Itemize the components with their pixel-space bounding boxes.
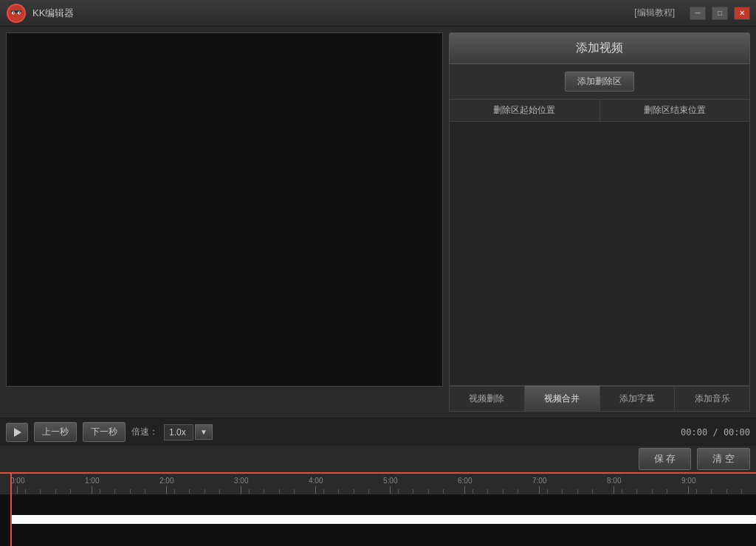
- timeline-track-area[interactable]: [0, 494, 756, 546]
- ruler-minor-tick: [264, 489, 264, 494]
- right-panel: 添加视频 添加删除区 删除区起始位置 删除区结束位置 视频删除 视频合并 添加字…: [449, 32, 750, 412]
- add-video-header: 添加视频: [449, 32, 750, 64]
- speed-label: 倍速：: [131, 426, 158, 438]
- ruler-minor-tick: [696, 489, 697, 494]
- ruler-minor-tick: [472, 489, 473, 494]
- maximize-button[interactable]: □: [712, 7, 728, 20]
- ruler-tick: 5:00: [383, 477, 397, 494]
- prev-sec-button[interactable]: 上一秒: [34, 422, 77, 442]
- video-preview: [6, 32, 443, 387]
- tutorial-link[interactable]: [编辑教程]: [634, 7, 675, 19]
- ruler-tick: 6:00: [458, 477, 472, 494]
- ruler-minor-tick: [249, 489, 250, 494]
- ruler-minor-tick: [338, 489, 339, 494]
- ruler-minor-tick: [428, 489, 429, 494]
- ruler-minor-tick: [413, 489, 413, 494]
- ruler-tick: 8:00: [607, 477, 621, 494]
- ruler-minor-tick: [189, 489, 190, 494]
- ruler-minor-tick: [70, 489, 71, 494]
- ruler-minor-tick: [562, 489, 563, 494]
- ruler-major-tick: [688, 486, 689, 494]
- ruler-major-tick: [315, 486, 316, 494]
- add-delete-zone-button[interactable]: 添加删除区: [565, 72, 634, 91]
- minimize-button[interactable]: ─: [690, 7, 706, 20]
- titlebar: KK编辑器 [编辑教程] ─ □ ✕: [0, 0, 756, 27]
- save-clear-buttons: 保 存 清 空: [639, 448, 750, 470]
- app-logo: [6, 3, 27, 24]
- tab-add-subtitle[interactable]: 添加字幕: [600, 386, 676, 411]
- timeline-container: 0:001:002:003:004:005:006:007:008:009:00…: [0, 472, 756, 546]
- timeline-ruler: 0:001:002:003:004:005:006:007:008:009:00…: [0, 474, 756, 494]
- ruler-minor-tick: [443, 489, 444, 494]
- tab-add-music[interactable]: 添加音乐: [675, 386, 749, 411]
- ruler-major-tick: [92, 486, 92, 494]
- ruler-minor-tick: [711, 489, 712, 494]
- delete-zone-panel: 添加删除区 删除区起始位置 删除区结束位置 视频删除 视频合并 添加字幕 添加: [449, 64, 750, 412]
- ruler-minor-tick: [294, 489, 295, 494]
- ruler-minor-tick: [487, 489, 488, 494]
- ruler-minor-tick: [636, 489, 637, 494]
- timeline-track: [10, 515, 756, 524]
- ruler-minor-tick: [592, 489, 593, 494]
- ruler-tick: 3:00: [234, 477, 248, 494]
- ruler-tick: 7:00: [532, 477, 546, 494]
- ruler-minor-tick: [130, 489, 131, 494]
- ruler-minor-tick: [547, 489, 548, 494]
- main-area: 添加视频 添加删除区 删除区起始位置 删除区结束位置 视频删除 视频合并 添加字…: [0, 27, 756, 418]
- save-clear-bar: 保 存 清 空: [0, 446, 756, 472]
- close-button[interactable]: ✕: [734, 7, 750, 20]
- speed-dropdown-button[interactable]: ▼: [195, 424, 213, 440]
- ruler-minor-tick: [40, 489, 41, 494]
- titlebar-right: [编辑教程] ─ □ ✕: [634, 7, 750, 20]
- ruler-minor-tick: [205, 489, 205, 494]
- delete-zone-columns: 删除区起始位置 删除区结束位置: [450, 99, 749, 122]
- ruler-minor-tick: [741, 489, 742, 494]
- ruler-minor-tick: [652, 489, 653, 494]
- ruler-minor-tick: [726, 489, 727, 494]
- ruler-minor-tick: [279, 489, 280, 494]
- play-button[interactable]: [6, 423, 28, 442]
- add-delete-zone-btn-row: 添加删除区: [450, 64, 749, 99]
- delete-zone-list: [450, 122, 749, 385]
- play-icon: [14, 428, 21, 437]
- tab-video-merge[interactable]: 视频合并: [525, 386, 600, 411]
- tab-video-delete[interactable]: 视频删除: [450, 386, 525, 411]
- ruler-minor-tick: [174, 489, 175, 494]
- ruler-minor-tick: [622, 489, 622, 494]
- ruler-minor-tick: [100, 489, 100, 494]
- svg-rect-3: [11, 10, 21, 12]
- ruler-minor-tick: [323, 489, 324, 494]
- ruler-major-tick: [614, 486, 614, 494]
- ruler-minor-tick: [114, 489, 115, 494]
- ruler-tick: 1:00: [85, 477, 99, 494]
- save-button[interactable]: 保 存: [639, 448, 692, 470]
- ruler-minor-tick: [667, 489, 667, 494]
- speed-select-wrapper: ▼: [164, 424, 213, 440]
- ruler-minor-tick: [145, 489, 145, 494]
- ruler-tick: 4:00: [309, 477, 323, 494]
- ruler-minor-tick: [55, 489, 56, 494]
- ruler-tick: 0:00: [10, 477, 24, 494]
- ruler-tick: 9:00: [681, 477, 695, 494]
- ruler-minor-tick: [368, 489, 369, 494]
- next-sec-button[interactable]: 下一秒: [83, 422, 126, 442]
- ruler-major-tick: [166, 486, 167, 494]
- svg-point-6: [13, 12, 15, 13]
- speed-input[interactable]: [164, 424, 193, 440]
- ruler-major-tick: [464, 486, 465, 494]
- ruler-major-tick: [539, 486, 540, 494]
- clear-button[interactable]: 清 空: [697, 448, 750, 470]
- ruler-minor-tick: [25, 489, 26, 494]
- ruler-major-tick: [241, 486, 241, 494]
- ruler-minor-tick: [518, 489, 518, 494]
- timeline-cursor: [10, 474, 12, 546]
- ruler-major-tick: [390, 486, 391, 494]
- svg-point-1: [8, 5, 24, 21]
- ruler-minor-tick: [398, 489, 399, 494]
- app-title: KK编辑器: [32, 7, 74, 20]
- col-end-position: 删除区结束位置: [600, 100, 750, 121]
- time-display: 00:00 / 00:00: [681, 427, 750, 438]
- tab-bar: 视频删除 视频合并 添加字幕 添加音乐: [450, 385, 749, 411]
- ruler-major-tick: [17, 486, 18, 494]
- col-start-position: 删除区起始位置: [450, 100, 600, 121]
